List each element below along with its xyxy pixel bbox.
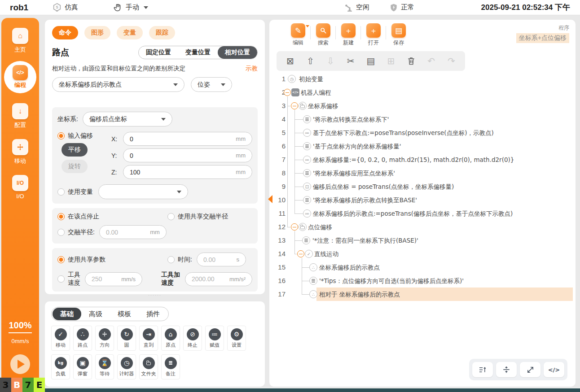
library-tab-高级[interactable]: 高级 xyxy=(81,308,110,320)
panel-splitter-arrow[interactable] xyxy=(268,195,272,203)
assign-command-cell[interactable]: ≔赋值 xyxy=(205,326,224,351)
rotate-button[interactable]: 旋转 xyxy=(62,160,88,173)
hand-icon xyxy=(113,3,123,13)
z-offset-field[interactable]: 100 mm xyxy=(123,165,252,179)
library-tab-模板[interactable]: 模板 xyxy=(110,308,139,320)
remark-command-cell[interactable]: 备注 xyxy=(161,354,180,379)
collapse-toggle-icon[interactable] xyxy=(284,89,291,96)
program-row-13[interactable]: 13'*注意：需在同一坐标系下执行(BASE)' xyxy=(269,234,573,247)
program-row-4[interactable]: 4'将示教点转换至点坐标系下' xyxy=(269,113,573,126)
delete-button[interactable] xyxy=(405,55,417,67)
sidebar-item-config[interactable]: ↓配置 xyxy=(12,103,28,129)
direction-command-cell[interactable]: 方向 xyxy=(95,326,114,351)
tab-变量[interactable]: 变量 xyxy=(117,26,143,39)
speed-percent[interactable]: 100% xyxy=(9,320,31,333)
popup-command-cell[interactable]: ▣弹窗 xyxy=(73,354,92,379)
search-button[interactable]: 搜索 xyxy=(311,23,336,47)
shared-blend-radius-radio[interactable]: 使用共享交融半径 xyxy=(167,213,228,221)
program-row-12[interactable]: 12点位偏移 xyxy=(269,220,573,234)
blend-radius-field[interactable]: 0.00 mm xyxy=(99,225,167,239)
panel-resize-handle[interactable]: ······ xyxy=(45,294,265,301)
save-button[interactable]: ▤保存 xyxy=(386,23,411,47)
page-title: 路点 xyxy=(52,47,69,58)
program-row-6[interactable]: 6'基于点坐标方向的坐标系偏移量' xyxy=(269,139,573,153)
program-row-14[interactable]: 14✓直线运动 xyxy=(269,247,573,261)
program-row-2[interactable]: 2</>机器人编程 xyxy=(269,86,573,99)
tool-speed-field[interactable]: 250 mm/s xyxy=(85,272,142,286)
stop-at-point-radio[interactable]: 在该点停止 xyxy=(57,213,167,221)
position-mode-固定位置[interactable]: 固定位置 xyxy=(139,46,178,59)
move-up-button[interactable]: ⇧ xyxy=(304,55,316,67)
position-mode-变量位置[interactable]: 变量位置 xyxy=(178,46,218,59)
program-row-10[interactable]: 10'将坐标系偏移后的示教点转换至BASE' xyxy=(269,193,573,207)
program-row-1[interactable]: 1◷初始变量 xyxy=(269,72,573,86)
shared-params-radio[interactable]: 使用共享参数 xyxy=(57,256,167,264)
new-button[interactable]: ＋新建 xyxy=(336,23,361,47)
translate-button[interactable]: 平移 xyxy=(62,143,88,157)
program-row-11[interactable]: 11≔坐标系偏移后的示教点:=poseTrans(偏移后点坐标，基于点坐标下示教… xyxy=(269,207,573,220)
tool-accel-field[interactable]: 2000.00 mm/s² xyxy=(185,272,252,286)
use-variable-radio[interactable]: 使用变量 xyxy=(57,188,93,196)
clear-document-button[interactable]: ⊠ xyxy=(284,55,296,67)
program-row-7[interactable]: 7≔坐标系偏移量:={0, 0.2, 0, math.d2r(15), math… xyxy=(269,153,573,166)
program-row-16[interactable]: 16'*Tips：点位偏移方向可自选(当前为偏移后点坐标系)' xyxy=(269,274,573,287)
pose-select[interactable]: 位姿 xyxy=(191,77,232,92)
time-field[interactable]: 0.00 s xyxy=(197,253,246,266)
play-button[interactable] xyxy=(10,354,30,374)
library-tab-基础[interactable]: 基础 xyxy=(53,308,81,320)
folder-command-cell[interactable]: 文件夹 xyxy=(139,354,158,379)
timer-command-cell[interactable]: ◷计时器 xyxy=(117,354,136,379)
line-number: 6 xyxy=(274,139,286,153)
radio-on-icon xyxy=(57,132,65,139)
collapse-all-button[interactable] xyxy=(496,362,517,377)
program-row-8[interactable]: 8'将坐标系偏移应用至点坐标系' xyxy=(269,166,573,180)
move-command-icon: ✓ xyxy=(55,328,67,340)
open-button[interactable]: ＋打开 xyxy=(361,23,386,47)
library-tab-插件[interactable]: 插件 xyxy=(139,308,167,320)
tab-图形[interactable]: 图形 xyxy=(84,26,110,39)
program-row-3[interactable]: 3坐标系偏移 xyxy=(269,99,573,113)
teach-link[interactable]: 示教 xyxy=(246,65,258,73)
circle-command-cell[interactable]: ↻圆 xyxy=(117,326,136,351)
terminate-command-cell[interactable]: ⊘终止 xyxy=(183,326,202,351)
blend-radius-radio[interactable]: 交融半径: xyxy=(57,228,95,236)
y-offset-field[interactable]: 0 mm xyxy=(123,148,252,162)
edit-button[interactable]: ✎编辑 xyxy=(286,23,311,47)
program-row-15[interactable]: 15∴坐标系偏移后的示教点 xyxy=(269,261,573,274)
sidebar-item-io[interactable]: I/OI/O xyxy=(12,175,28,200)
cut-button[interactable]: ✂ xyxy=(344,55,357,67)
terminate-command-icon: ⊘ xyxy=(187,328,199,340)
until-command-cell[interactable]: ⇥直到 xyxy=(139,326,158,351)
move-command-cell[interactable]: ✓移动 xyxy=(51,326,70,351)
collapse-toggle-icon[interactable] xyxy=(297,250,304,257)
time-radio[interactable]: 时间: xyxy=(167,256,192,264)
collapse-toggle-icon[interactable] xyxy=(291,102,298,109)
x-offset-field[interactable]: 0 mm xyxy=(123,132,252,146)
sidebar-item-program[interactable]: </>编程 xyxy=(4,61,36,93)
variable-select[interactable] xyxy=(98,184,188,199)
sidebar-item-home[interactable]: ⌂主页 xyxy=(12,28,28,54)
paste-button[interactable]: ▤ xyxy=(365,55,377,67)
waypoint-command-cell[interactable]: ∴路点 xyxy=(73,326,92,351)
settings-command-cell[interactable]: ⚙设置 xyxy=(227,326,246,351)
collapse-toggle-icon[interactable] xyxy=(291,223,298,231)
payload-command-cell[interactable]: kg负载 xyxy=(51,354,70,379)
tab-命令[interactable]: 命令 xyxy=(52,26,78,39)
program-row-5[interactable]: 5≔基于点坐标下示教点:=poseTrans(poseInverse(点坐标)，… xyxy=(269,126,573,139)
sort-list-button[interactable] xyxy=(472,362,493,377)
tab-跟踪[interactable]: 跟踪 xyxy=(149,26,175,39)
program-row-17[interactable]: 17∴相对于 坐标系偏移后的示教点 xyxy=(269,287,573,301)
wait-command-cell[interactable]: ⌛等待 xyxy=(95,354,114,379)
origin-command-cell[interactable]: ⌂原点 xyxy=(161,326,180,351)
sidebar-item-move[interactable]: 移动 xyxy=(12,139,28,165)
code-view-button[interactable]: </> xyxy=(544,362,564,377)
simulation-indicator[interactable]: S 仿真 xyxy=(52,3,78,13)
teach-point-select[interactable]: 坐标系偏移后的示教点 xyxy=(52,77,185,92)
input-offset-radio[interactable]: 输入偏移 xyxy=(57,132,107,140)
expand-view-button[interactable] xyxy=(520,362,540,377)
program-row-9[interactable]: 9⊡偏移后点坐标 = poseTrans(点坐标，坐标系偏移量) xyxy=(269,180,573,193)
position-mode-相对位置[interactable]: 相对位置 xyxy=(218,46,257,59)
tool-speed-radio[interactable]: 工具速度 xyxy=(57,271,81,287)
coord-select[interactable]: 偏移后点坐标 xyxy=(83,112,172,126)
mode-selector[interactable]: 手动 xyxy=(113,3,148,13)
